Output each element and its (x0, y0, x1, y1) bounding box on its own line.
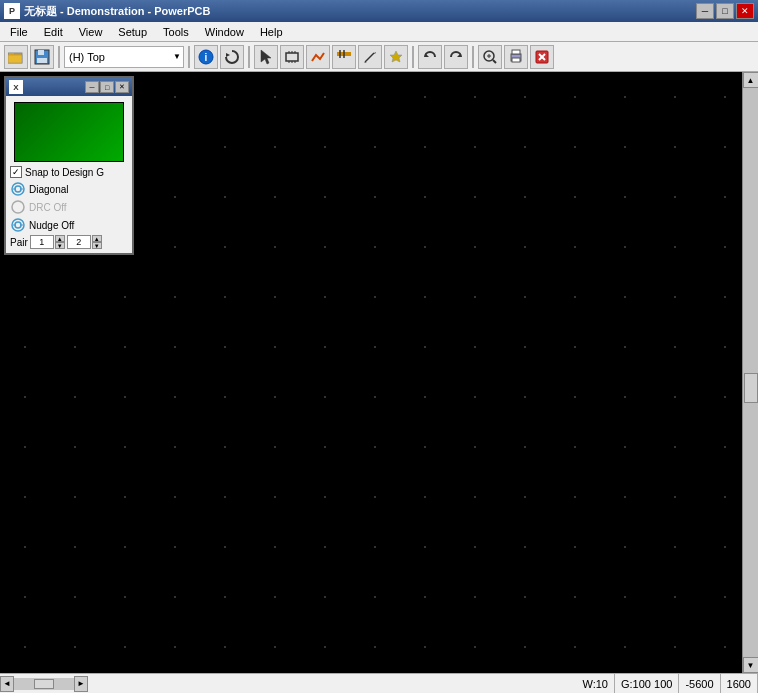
via-button[interactable] (332, 45, 356, 69)
status-bar: ◄ ► W:10 G:100 100 -5600 1600 (0, 673, 758, 693)
close-button[interactable]: ✕ (736, 3, 754, 19)
menu-view[interactable]: View (71, 24, 111, 40)
pair-spinner-2[interactable] (67, 235, 91, 249)
scroll-right-button[interactable]: ► (74, 676, 88, 692)
svg-marker-9 (261, 50, 271, 64)
scroll-up-button[interactable]: ▲ (743, 72, 759, 88)
svg-rect-5 (37, 58, 47, 63)
svg-line-27 (493, 60, 496, 63)
status-w: W:10 (577, 674, 615, 693)
scroll-left-button[interactable]: ◄ (0, 676, 14, 692)
status-g: G:100 100 (615, 674, 679, 693)
route-button[interactable] (306, 45, 330, 69)
svg-line-20 (365, 53, 374, 62)
open-button[interactable] (4, 45, 28, 69)
scroll-thumb-right[interactable] (744, 373, 758, 403)
svg-rect-32 (512, 58, 520, 62)
save-button[interactable] (30, 45, 54, 69)
floating-panel: X ─ □ ✕ ✓ Snap to Design G (4, 76, 134, 255)
pair-row: Pair ▲ ▼ ▲ ▼ (10, 235, 128, 249)
minimize-button[interactable]: ─ (696, 3, 714, 19)
drc-label: DRC Off (29, 202, 67, 213)
svg-rect-2 (9, 53, 14, 55)
star-button[interactable] (384, 45, 408, 69)
menu-edit[interactable]: Edit (36, 24, 71, 40)
toolbar: (H) Top ▼ i (0, 42, 758, 72)
menu-help[interactable]: Help (252, 24, 291, 40)
layer-label: (H) Top (69, 51, 105, 63)
nudge-row: Nudge Off (10, 217, 128, 233)
scroll-area: ◄ ► (0, 676, 577, 692)
svg-rect-10 (286, 53, 298, 61)
app-icon: P (4, 3, 20, 19)
menu-file[interactable]: File (2, 24, 36, 40)
panel-icon: X (9, 80, 23, 94)
pencil-button[interactable] (358, 45, 382, 69)
restore-button[interactable]: □ (716, 3, 734, 19)
diagonal-row: Diagonal (10, 181, 128, 197)
drc-row: DRC Off (10, 199, 128, 215)
separator-4 (412, 46, 414, 68)
scroll-down-button[interactable]: ▼ (743, 657, 759, 673)
right-scrollbar: ▲ ▼ (742, 72, 758, 673)
svg-rect-31 (512, 50, 520, 54)
panel-restore-button[interactable]: □ (100, 81, 114, 93)
status-zoom: 1600 (721, 674, 758, 693)
spin-arrows-2: ▲ ▼ (92, 235, 102, 249)
panel-buttons: ─ □ ✕ (85, 81, 129, 93)
title-bar-buttons: ─ □ ✕ (696, 3, 754, 19)
panel-title-bar: X ─ □ ✕ (6, 78, 132, 96)
drc-icon (10, 199, 26, 215)
separator-2 (188, 46, 190, 68)
menu-window[interactable]: Window (197, 24, 252, 40)
diagonal-label: Diagonal (29, 184, 68, 195)
spin-down-2[interactable]: ▼ (92, 242, 102, 249)
spinner-group-1: ▲ ▼ (30, 235, 65, 249)
spin-down-1[interactable]: ▼ (55, 242, 65, 249)
select-button[interactable] (254, 45, 278, 69)
nudge-icon (10, 217, 26, 233)
delete-button[interactable] (530, 45, 554, 69)
pair-spinner-1[interactable] (30, 235, 54, 249)
canvas-area[interactable]: X ─ □ ✕ ✓ Snap to Design G (0, 72, 742, 673)
snap-label: Snap to Design G (25, 167, 104, 178)
redo-button[interactable] (444, 45, 468, 69)
zoom-button[interactable] (478, 45, 502, 69)
snap-row: ✓ Snap to Design G (10, 166, 128, 178)
layer-dropdown[interactable]: (H) Top ▼ (64, 46, 184, 68)
scroll-thumb-bottom[interactable] (34, 679, 54, 689)
svg-point-40 (12, 201, 24, 213)
svg-rect-1 (8, 55, 22, 63)
svg-rect-4 (38, 50, 44, 55)
pair-label: Pair (10, 237, 28, 248)
separator-3 (248, 46, 250, 68)
separator-5 (472, 46, 474, 68)
status-coord: -5600 (679, 674, 720, 693)
panel-close-button[interactable]: ✕ (115, 81, 129, 93)
spin-up-2[interactable]: ▲ (92, 235, 102, 242)
menu-tools[interactable]: Tools (155, 24, 197, 40)
scroll-track-bottom[interactable] (14, 678, 74, 690)
panel-body: ✓ Snap to Design G Diagonal DRC Off (6, 96, 132, 253)
diagonal-icon (10, 181, 26, 197)
layer-preview (14, 102, 124, 162)
title-bar: P 无标题 - Demonstration - PowerPCB ─ □ ✕ (0, 0, 758, 22)
print-button[interactable] (504, 45, 528, 69)
panel-minimize-button[interactable]: ─ (85, 81, 99, 93)
dropdown-arrow: ▼ (173, 52, 181, 61)
info-button[interactable]: i (194, 45, 218, 69)
svg-marker-8 (226, 53, 230, 57)
component-button[interactable] (280, 45, 304, 69)
spin-arrows-1: ▲ ▼ (55, 235, 65, 249)
refresh-button[interactable] (220, 45, 244, 69)
spin-up-1[interactable]: ▲ (55, 235, 65, 242)
snap-checkbox[interactable]: ✓ (10, 166, 22, 178)
spinner-group-2: ▲ ▼ (67, 235, 102, 249)
undo-button[interactable] (418, 45, 442, 69)
window-title: 无标题 - Demonstration - PowerPCB (24, 4, 210, 19)
menu-setup[interactable]: Setup (110, 24, 155, 40)
svg-text:i: i (205, 52, 208, 63)
nudge-label: Nudge Off (29, 220, 74, 231)
menu-bar: File Edit View Setup Tools Window Help (0, 22, 758, 42)
scroll-track-right[interactable] (743, 88, 758, 657)
